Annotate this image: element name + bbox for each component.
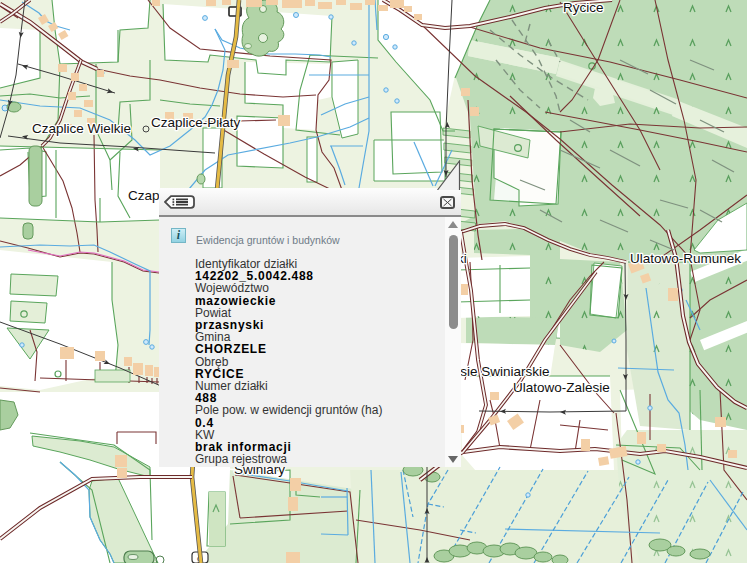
svg-text:Czaplice-Piłaty: Czaplice-Piłaty xyxy=(151,115,241,130)
svg-text:Ulatowo-Zalesie: Ulatowo-Zalesie xyxy=(513,380,610,395)
svg-text:Rycice: Rycice xyxy=(563,0,604,15)
svg-text:Czaplice Wielkie: Czaplice Wielkie xyxy=(32,121,131,136)
svg-text:Ulatowo-Rumunek: Ulatowo-Rumunek xyxy=(630,251,741,266)
